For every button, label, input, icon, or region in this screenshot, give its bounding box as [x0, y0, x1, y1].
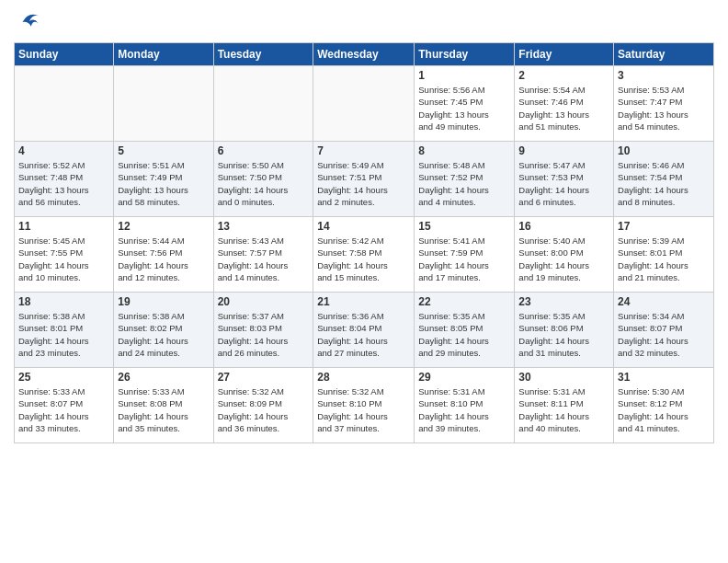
day-number: 3: [618, 69, 710, 82]
calendar-cell: [15, 66, 114, 142]
calendar-cell: 9Sunrise: 5:47 AM Sunset: 7:53 PM Daylig…: [515, 142, 614, 217]
day-info: Sunrise: 5:45 AM Sunset: 7:55 PM Dayligh…: [18, 235, 109, 283]
day-number: 20: [218, 295, 310, 308]
calendar-cell: 20Sunrise: 5:37 AM Sunset: 8:03 PM Dayli…: [213, 293, 313, 368]
day-number: 2: [518, 69, 609, 82]
calendar-cell: 10Sunrise: 5:46 AM Sunset: 7:54 PM Dayli…: [614, 142, 714, 217]
day-info: Sunrise: 5:47 AM Sunset: 7:53 PM Dayligh…: [518, 159, 609, 208]
calendar-cell: 5Sunrise: 5:51 AM Sunset: 7:49 PM Daylig…: [114, 142, 213, 217]
calendar-cell: 30Sunrise: 5:31 AM Sunset: 8:11 PM Dayli…: [515, 368, 614, 443]
calendar-cell: 14Sunrise: 5:42 AM Sunset: 7:58 PM Dayli…: [313, 217, 415, 293]
calendar-cell: 24Sunrise: 5:34 AM Sunset: 8:07 PM Dayli…: [614, 293, 714, 368]
day-info: Sunrise: 5:54 AM Sunset: 7:46 PM Dayligh…: [518, 84, 609, 132]
week-row-1: 1Sunrise: 5:56 AM Sunset: 7:45 PM Daylig…: [15, 66, 714, 142]
calendar-cell: 12Sunrise: 5:44 AM Sunset: 7:56 PM Dayli…: [114, 217, 213, 293]
day-info: Sunrise: 5:30 AM Sunset: 8:12 PM Dayligh…: [618, 385, 710, 434]
day-number: 5: [118, 144, 209, 157]
day-number: 21: [317, 295, 410, 308]
calendar-cell: 7Sunrise: 5:49 AM Sunset: 7:51 PM Daylig…: [313, 142, 415, 217]
day-number: 30: [518, 371, 609, 384]
calendar-cell: 28Sunrise: 5:32 AM Sunset: 8:10 PM Dayli…: [313, 368, 415, 443]
day-info: Sunrise: 5:32 AM Sunset: 8:10 PM Dayligh…: [317, 385, 410, 434]
calendar-page: SundayMondayTuesdayWednesdayThursdayFrid…: [0, 0, 728, 563]
day-number: 29: [418, 371, 510, 384]
day-number: 24: [618, 295, 710, 308]
calendar-cell: 19Sunrise: 5:38 AM Sunset: 8:02 PM Dayli…: [114, 293, 213, 368]
week-row-3: 11Sunrise: 5:45 AM Sunset: 7:55 PM Dayli…: [15, 217, 714, 293]
weekday-header-tuesday: Tuesday: [213, 43, 313, 66]
day-number: 22: [418, 295, 510, 308]
day-info: Sunrise: 5:34 AM Sunset: 8:07 PM Dayligh…: [618, 310, 710, 359]
day-info: Sunrise: 5:56 AM Sunset: 7:45 PM Dayligh…: [418, 84, 510, 132]
weekday-header-saturday: Saturday: [614, 43, 714, 66]
day-number: 25: [18, 371, 109, 384]
weekday-header-monday: Monday: [114, 43, 213, 66]
day-number: 13: [218, 220, 310, 233]
day-number: 12: [118, 220, 209, 233]
calendar-cell: 29Sunrise: 5:31 AM Sunset: 8:10 PM Dayli…: [415, 368, 515, 443]
day-info: Sunrise: 5:33 AM Sunset: 8:07 PM Dayligh…: [18, 385, 109, 434]
day-info: Sunrise: 5:38 AM Sunset: 8:02 PM Dayligh…: [118, 310, 209, 359]
calendar-table: SundayMondayTuesdayWednesdayThursdayFrid…: [14, 42, 714, 443]
day-info: Sunrise: 5:35 AM Sunset: 8:06 PM Dayligh…: [518, 310, 609, 359]
day-number: 16: [518, 220, 609, 233]
day-info: Sunrise: 5:31 AM Sunset: 8:11 PM Dayligh…: [518, 385, 609, 434]
day-number: 28: [317, 371, 410, 384]
calendar-cell: 13Sunrise: 5:43 AM Sunset: 7:57 PM Dayli…: [213, 217, 313, 293]
day-info: Sunrise: 5:44 AM Sunset: 7:56 PM Dayligh…: [118, 235, 209, 283]
calendar-cell: 15Sunrise: 5:41 AM Sunset: 7:59 PM Dayli…: [415, 217, 515, 293]
logo: [14, 9, 41, 35]
day-info: Sunrise: 5:43 AM Sunset: 7:57 PM Dayligh…: [218, 235, 310, 283]
day-number: 15: [418, 220, 510, 233]
day-number: 9: [518, 144, 609, 157]
weekday-header-friday: Friday: [515, 43, 614, 66]
day-number: 11: [18, 220, 109, 233]
calendar-cell: 26Sunrise: 5:33 AM Sunset: 8:08 PM Dayli…: [114, 368, 213, 443]
day-number: 26: [118, 371, 209, 384]
calendar-cell: 3Sunrise: 5:53 AM Sunset: 7:47 PM Daylig…: [614, 66, 714, 142]
day-info: Sunrise: 5:48 AM Sunset: 7:52 PM Dayligh…: [418, 159, 510, 208]
weekday-header-thursday: Thursday: [415, 43, 515, 66]
day-number: 7: [317, 144, 410, 157]
day-info: Sunrise: 5:35 AM Sunset: 8:05 PM Dayligh…: [418, 310, 510, 359]
calendar-cell: 1Sunrise: 5:56 AM Sunset: 7:45 PM Daylig…: [415, 66, 515, 142]
calendar-cell: 23Sunrise: 5:35 AM Sunset: 8:06 PM Dayli…: [515, 293, 614, 368]
day-number: 27: [218, 371, 310, 384]
week-row-5: 25Sunrise: 5:33 AM Sunset: 8:07 PM Dayli…: [15, 368, 714, 443]
day-info: Sunrise: 5:49 AM Sunset: 7:51 PM Dayligh…: [317, 159, 410, 208]
weekday-header-wednesday: Wednesday: [313, 43, 415, 66]
calendar-cell: 21Sunrise: 5:36 AM Sunset: 8:04 PM Dayli…: [313, 293, 415, 368]
day-number: 18: [18, 295, 109, 308]
day-info: Sunrise: 5:36 AM Sunset: 8:04 PM Dayligh…: [317, 310, 410, 359]
day-info: Sunrise: 5:38 AM Sunset: 8:01 PM Dayligh…: [18, 310, 109, 359]
calendar-cell: 27Sunrise: 5:32 AM Sunset: 8:09 PM Dayli…: [213, 368, 313, 443]
calendar-cell: 17Sunrise: 5:39 AM Sunset: 8:01 PM Dayli…: [614, 217, 714, 293]
page-header: [14, 9, 714, 35]
weekday-header-row: SundayMondayTuesdayWednesdayThursdayFrid…: [15, 43, 714, 66]
day-number: 10: [618, 144, 710, 157]
day-number: 14: [317, 220, 410, 233]
day-info: Sunrise: 5:53 AM Sunset: 7:47 PM Dayligh…: [618, 84, 710, 132]
day-info: Sunrise: 5:31 AM Sunset: 8:10 PM Dayligh…: [418, 385, 510, 434]
calendar-cell: 4Sunrise: 5:52 AM Sunset: 7:48 PM Daylig…: [15, 142, 114, 217]
day-info: Sunrise: 5:46 AM Sunset: 7:54 PM Dayligh…: [618, 159, 710, 208]
calendar-cell: 2Sunrise: 5:54 AM Sunset: 7:46 PM Daylig…: [515, 66, 614, 142]
day-number: 23: [518, 295, 609, 308]
day-number: 17: [618, 220, 710, 233]
day-number: 31: [618, 371, 710, 384]
day-info: Sunrise: 5:52 AM Sunset: 7:48 PM Dayligh…: [18, 159, 109, 208]
calendar-cell: 22Sunrise: 5:35 AM Sunset: 8:05 PM Dayli…: [415, 293, 515, 368]
weekday-header-sunday: Sunday: [15, 43, 114, 66]
calendar-cell: 8Sunrise: 5:48 AM Sunset: 7:52 PM Daylig…: [415, 142, 515, 217]
logo-icon: [16, 9, 41, 35]
calendar-cell: 6Sunrise: 5:50 AM Sunset: 7:50 PM Daylig…: [213, 142, 313, 217]
calendar-cell: [114, 66, 213, 142]
calendar-cell: [313, 66, 415, 142]
day-info: Sunrise: 5:40 AM Sunset: 8:00 PM Dayligh…: [518, 235, 609, 283]
day-number: 6: [218, 144, 310, 157]
calendar-cell: 11Sunrise: 5:45 AM Sunset: 7:55 PM Dayli…: [15, 217, 114, 293]
day-number: 19: [118, 295, 209, 308]
day-info: Sunrise: 5:32 AM Sunset: 8:09 PM Dayligh…: [218, 385, 310, 434]
week-row-2: 4Sunrise: 5:52 AM Sunset: 7:48 PM Daylig…: [15, 142, 714, 217]
calendar-cell: 18Sunrise: 5:38 AM Sunset: 8:01 PM Dayli…: [15, 293, 114, 368]
